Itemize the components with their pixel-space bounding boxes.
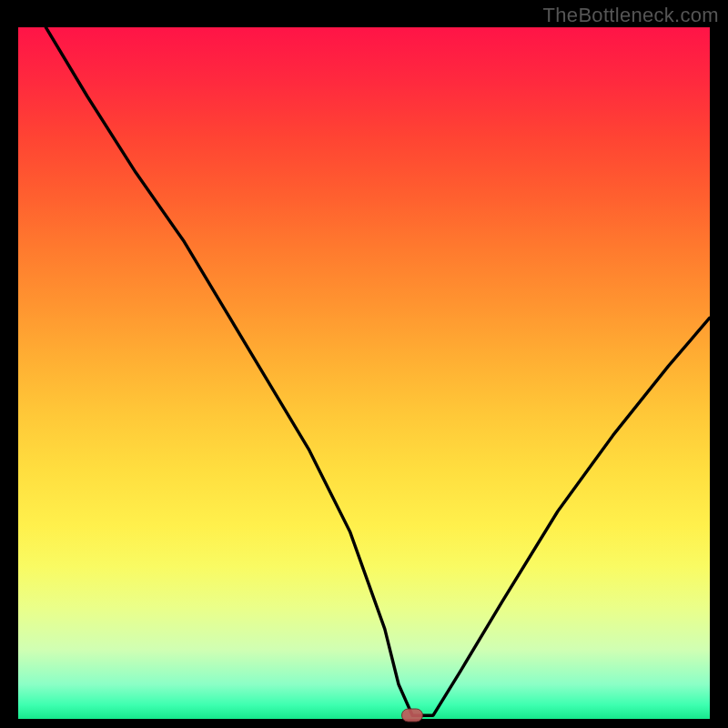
- curve-svg: [18, 27, 710, 719]
- chart-frame: TheBottleneck.com: [0, 0, 728, 728]
- watermark-text: TheBottleneck.com: [543, 4, 719, 27]
- plot-area: [18, 27, 710, 719]
- bottleneck-curve: [46, 27, 710, 715]
- minimum-marker: [401, 709, 423, 723]
